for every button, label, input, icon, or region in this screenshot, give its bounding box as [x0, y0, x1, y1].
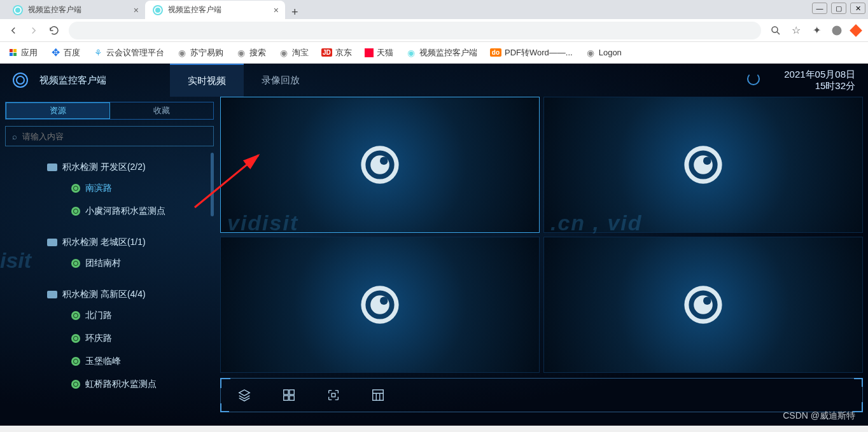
close-icon[interactable]: ×: [274, 5, 279, 15]
svg-point-10: [380, 297, 388, 305]
date-text: 2021年05月08日: [784, 69, 855, 80]
layout-grid-icon[interactable]: [282, 388, 296, 402]
star-icon[interactable]: ☆: [790, 25, 802, 36]
doc-icon: do: [490, 48, 501, 57]
app-title: 视频监控客户端: [39, 74, 106, 87]
video-cell-4[interactable]: [543, 237, 863, 373]
search-icon[interactable]: [770, 25, 781, 36]
svg-point-1: [832, 25, 842, 35]
tree-item[interactable]: 小虞河路积水监测点: [5, 200, 214, 223]
tab-realtime[interactable]: 实时视频: [170, 64, 244, 97]
bookmark-jd[interactable]: JD京东: [321, 47, 352, 59]
video-area: vidisit .cn , vid: [220, 97, 863, 426]
video-cell-3[interactable]: [220, 237, 540, 373]
footer-attribution: CSDN @威迪斯特: [783, 410, 855, 422]
search-input[interactable]: [22, 132, 207, 141]
camera-online-icon: [71, 380, 80, 389]
tree-group-header[interactable]: ▼ 积水检测 高新区(4/4): [5, 285, 214, 304]
layout-custom-icon[interactable]: [371, 388, 385, 402]
close-icon[interactable]: ×: [134, 5, 139, 15]
browser-tab-active[interactable]: 视频监控客户端 ×: [145, 1, 285, 19]
window-controls: — ▢ ✕: [812, 3, 865, 14]
paw-icon: ✥: [50, 48, 60, 58]
search-box[interactable]: ⌕: [5, 126, 214, 146]
browser-tab[interactable]: 视频监控客户端 ×: [5, 1, 145, 19]
camera-online-icon: [71, 184, 80, 193]
reload-button[interactable]: [48, 25, 60, 36]
back-button[interactable]: [8, 25, 19, 36]
tree-group-header[interactable]: ▼ 积水检测 老城区(1/1): [5, 233, 214, 252]
people-icon: ⚘: [93, 48, 103, 58]
tree-item[interactable]: 南滨路: [5, 177, 214, 200]
eye-icon: ◉: [406, 48, 416, 58]
close-window-button[interactable]: ✕: [850, 3, 865, 14]
new-tab-button[interactable]: +: [285, 6, 305, 19]
app-header: 视频监控客户端 实时视频 录像回放 2021年05月08日 15时32分: [0, 64, 868, 97]
camera-group-icon: [47, 239, 57, 246]
svg-rect-18: [332, 393, 335, 397]
bookmark-apps[interactable]: 应用: [8, 47, 38, 59]
maximize-button[interactable]: ▢: [831, 3, 846, 14]
bookmark-baidu[interactable]: ✥百度: [50, 47, 80, 59]
extension-badge-icon[interactable]: [850, 24, 862, 37]
video-cell-1[interactable]: vidisit: [220, 97, 540, 233]
profile-icon[interactable]: [831, 25, 843, 36]
tmall-icon: [365, 48, 374, 57]
globe-icon: ◉: [177, 48, 187, 58]
app-container: isit 视频监控客户端 实时视频 录像回放 2021年05月08日 15时32…: [0, 64, 868, 426]
browser-tab-strip: 视频监控客户端 × 视频监控客户端 × + — ▢ ✕: [0, 0, 868, 19]
fullscreen-icon[interactable]: [326, 388, 340, 402]
app-logo-icon: [13, 73, 28, 88]
tab-favicon-icon: [153, 5, 163, 15]
placeholder-logo-icon: [678, 280, 728, 330]
jd-icon: JD: [321, 48, 332, 57]
bookmark-taobao[interactable]: ◉淘宝: [279, 47, 309, 59]
tab-title: 视频监控客户端: [168, 4, 221, 15]
svg-rect-17: [290, 396, 294, 400]
group-label: 积水检测 开发区(2/2): [62, 162, 146, 173]
tree-group-header[interactable]: ▼ 积水检测 开发区(2/2): [5, 158, 214, 177]
tab-title: 视频监控客户端: [28, 4, 81, 15]
globe-icon: ◉: [279, 48, 289, 58]
bookmark-video[interactable]: ◉视频监控客户端: [406, 47, 477, 59]
tree-item[interactable]: 玉堡临峰: [5, 350, 214, 373]
svg-rect-16: [284, 396, 288, 400]
camera-online-icon: [71, 334, 80, 343]
watermark-text: vidisit: [227, 211, 298, 235]
tab-favicon-icon: [13, 5, 23, 15]
svg-rect-15: [290, 390, 294, 394]
camera-group-icon: [47, 164, 57, 171]
minimize-button[interactable]: —: [812, 3, 827, 14]
video-cell-2[interactable]: .cn , vid: [543, 97, 863, 233]
panel-tab-resource[interactable]: 资源: [6, 102, 110, 119]
globe-icon: ◉: [585, 48, 596, 58]
bookmark-search[interactable]: ◉搜索: [236, 47, 266, 59]
bookmark-suning[interactable]: ◉苏宁易购: [177, 47, 223, 59]
watermark-text: .cn , vid: [550, 211, 643, 235]
bookmark-logon[interactable]: ◉Logon: [585, 48, 622, 58]
forward-button[interactable]: [28, 25, 39, 36]
panel-tab-favorite[interactable]: 收藏: [110, 102, 213, 119]
camera-tree: ▼ 积水检测 开发区(2/2) 南滨路 小虞河路积水监测点 ▼ 积水检测 老城区…: [5, 153, 214, 426]
svg-point-0: [772, 27, 778, 32]
video-grid: vidisit .cn , vid: [220, 97, 863, 373]
camera-online-icon: [71, 357, 80, 366]
tab-playback[interactable]: 录像回放: [244, 64, 318, 97]
sync-icon[interactable]: [747, 73, 760, 85]
camera-online-icon: [71, 311, 80, 320]
svg-point-13: [703, 297, 711, 305]
tree-item[interactable]: 团结南村: [5, 252, 214, 275]
address-bar[interactable]: [69, 22, 761, 39]
svg-rect-14: [284, 390, 288, 394]
bookmark-bar: 应用 ✥百度 ⚘云会议管理平台 ◉苏宁易购 ◉搜索 ◉淘宝 JD京东 天猫 ◉视…: [0, 42, 868, 64]
svg-point-4: [380, 157, 388, 165]
tree-item[interactable]: 虹桥路积水监测点: [5, 373, 214, 396]
extensions-icon[interactable]: ✦: [811, 25, 822, 36]
tree-item[interactable]: 北门路: [5, 304, 214, 327]
bookmark-tmall[interactable]: 天猫: [365, 47, 393, 59]
layers-icon[interactable]: [237, 388, 251, 402]
tree-item[interactable]: 环庆路: [5, 327, 214, 350]
bookmark-meeting[interactable]: ⚘云会议管理平台: [93, 47, 164, 59]
bookmark-pdf[interactable]: doPDF转Word——...: [490, 47, 573, 59]
camera-online-icon: [71, 207, 80, 216]
